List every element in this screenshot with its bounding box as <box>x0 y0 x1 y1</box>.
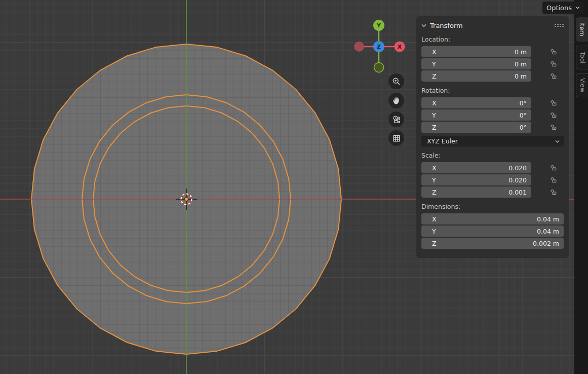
gizmo-y-label: Y <box>376 22 381 29</box>
field-value: 0° <box>520 124 527 131</box>
gizmo-x-label: X <box>398 44 402 50</box>
camera-icon <box>392 115 401 124</box>
location-x-row: X 0 m <box>421 46 564 57</box>
rotation-z-field[interactable]: Z 0° <box>421 122 531 133</box>
tab-tool[interactable]: Tool <box>576 46 588 69</box>
rotation-mode-dropdown[interactable]: XYZ Euler <box>421 136 564 146</box>
axis-label: Z <box>432 72 437 80</box>
sidebar-tab-column: Item Tool View <box>574 0 588 374</box>
rotation-z-lock-icon[interactable] <box>550 124 557 131</box>
rotation-label: Rotation: <box>421 87 564 94</box>
location-z-row: Z 0 m <box>421 70 564 82</box>
field-value: 0° <box>520 111 527 119</box>
pan-hand-icon <box>392 96 401 105</box>
dimensions-z-field[interactable]: Z 0.002 m <box>421 238 564 249</box>
scale-z-row: Z 0.001 <box>421 186 564 198</box>
axis-label: Y <box>432 60 436 68</box>
options-button-label: Options <box>546 4 572 12</box>
axis-label: X <box>432 164 437 172</box>
dimensions-x-row: X 0.04 m <box>421 213 564 225</box>
pan-button[interactable] <box>388 93 404 108</box>
dimensions-z-row: Z 0.002 m <box>421 238 564 249</box>
field-value: 0 m <box>515 60 527 68</box>
rotation-x-lock-icon[interactable] <box>550 99 557 106</box>
scale-x-field[interactable]: X 0.020 <box>421 162 531 173</box>
field-value: 0.04 m <box>537 228 559 235</box>
field-value: 0° <box>520 99 527 107</box>
dimensions-y-row: Y 0.04 m <box>421 226 564 237</box>
chevron-down-icon <box>575 6 580 9</box>
axis-label: X <box>432 48 437 56</box>
scale-x-lock-icon[interactable] <box>550 164 557 171</box>
rotation-y-lock-icon[interactable] <box>550 111 557 119</box>
tab-view-label: View <box>579 78 586 92</box>
field-value: 0.001 <box>508 189 527 196</box>
tab-tool-label: Tool <box>579 52 586 63</box>
axis-label: X <box>432 215 437 223</box>
location-y-row: Y 0 m <box>421 58 564 69</box>
dimensions-y-field[interactable]: Y 0.04 m <box>421 226 564 237</box>
rotation-x-row: X 0° <box>421 97 564 108</box>
rotation-z-row: Z 0° <box>421 122 564 133</box>
tab-item[interactable]: Item <box>576 17 588 42</box>
axis-label: Y <box>432 176 436 184</box>
field-value: 0.020 <box>508 176 527 184</box>
collapse-chevron-icon <box>421 24 426 27</box>
scale-z-lock-icon[interactable] <box>550 189 557 196</box>
rotation-y-field[interactable]: Y 0° <box>421 109 531 121</box>
scale-y-field[interactable]: Y 0.020 <box>421 174 531 185</box>
location-x-field[interactable]: X 0 m <box>421 46 531 57</box>
axis-label: X <box>432 99 437 107</box>
scale-label: Scale: <box>421 152 564 159</box>
rotation-y-row: Y 0° <box>421 109 564 121</box>
zoom-button[interactable] <box>388 73 404 89</box>
gizmo-x-ball[interactable]: X <box>395 42 405 52</box>
field-value: 0 m <box>515 72 527 80</box>
field-value: 0.04 m <box>537 215 559 223</box>
rotation-mode-value: XYZ Euler <box>427 137 458 145</box>
rotation-x-field[interactable]: X 0° <box>421 97 531 108</box>
axis-label: Y <box>432 228 436 235</box>
scale-x-row: X 0.020 <box>421 162 564 173</box>
grid-toggle-button[interactable] <box>388 130 404 146</box>
field-value: 0.002 m <box>533 240 559 247</box>
location-z-lock-icon[interactable] <box>550 72 557 80</box>
dimensions-label: Dimensions: <box>421 203 564 210</box>
field-value: 0.020 <box>508 164 527 172</box>
scale-y-lock-icon[interactable] <box>550 176 557 183</box>
axis-label: Z <box>432 189 437 196</box>
location-x-lock-icon[interactable] <box>550 48 557 55</box>
scale-y-row: Y 0.020 <box>421 174 564 185</box>
panel-drag-grip-icon[interactable] <box>554 23 564 27</box>
transform-panel-header[interactable]: Transform <box>421 20 564 30</box>
field-value: 0 m <box>515 48 527 56</box>
tab-view[interactable]: View <box>576 73 588 97</box>
gizmo-z-ball[interactable]: Z <box>373 41 384 52</box>
dimensions-x-field[interactable]: X 0.04 m <box>421 213 564 225</box>
scale-z-field[interactable]: Z 0.001 <box>421 186 531 198</box>
chevron-down-icon <box>555 140 560 143</box>
camera-view-button[interactable] <box>388 111 404 127</box>
transform-panel: Transform Location: X 0 m Y 0 m Z 0 m Ro… <box>416 16 569 258</box>
axis-label: Z <box>432 240 437 247</box>
location-label: Location: <box>421 35 564 43</box>
location-y-field[interactable]: Y 0 m <box>421 58 531 69</box>
navigation-gizmo[interactable]: Y X Z <box>354 20 405 72</box>
location-z-field[interactable]: Z 0 m <box>421 70 531 82</box>
options-button[interactable]: Options <box>542 2 584 14</box>
panel-title: Transform <box>430 22 463 29</box>
gizmo-y-neg-ball[interactable] <box>374 63 384 72</box>
gizmo-x-neg-ball[interactable] <box>354 42 364 52</box>
tab-item-label: Item <box>578 22 585 36</box>
gizmo-y-ball[interactable]: Y <box>373 20 384 31</box>
zoom-icon <box>392 77 401 86</box>
object-origin-dot <box>185 198 188 201</box>
axis-label: Y <box>432 111 436 119</box>
grid-icon <box>392 134 401 143</box>
axis-label: Z <box>432 124 437 131</box>
gizmo-z-label: Z <box>377 44 381 50</box>
location-y-lock-icon[interactable] <box>550 60 557 67</box>
